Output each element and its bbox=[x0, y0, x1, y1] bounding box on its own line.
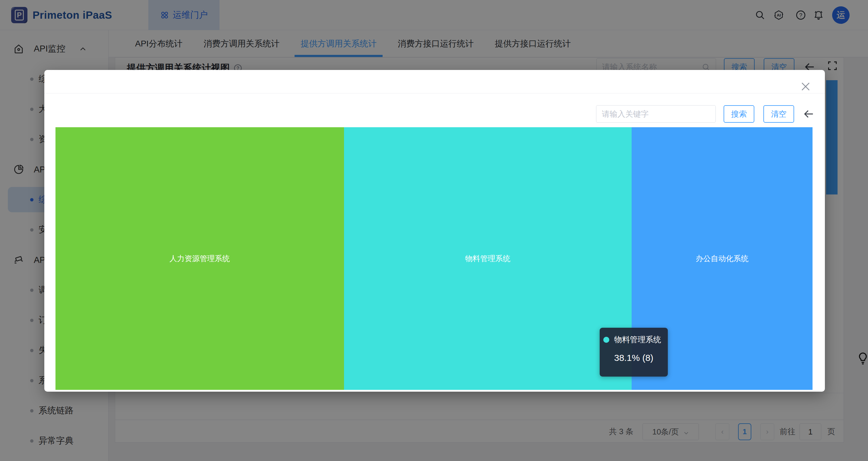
treemap-chart: 人力资源管理系统物料管理系统办公自动化系统 bbox=[56, 127, 812, 390]
treemap-block-1[interactable]: 物料管理系统 bbox=[344, 127, 632, 390]
chart-tooltip: 物料管理系统 38.1% (8) bbox=[600, 328, 668, 376]
tooltip-series-dot bbox=[603, 337, 609, 343]
treemap-block-label: 物料管理系统 bbox=[465, 253, 510, 264]
treemap-block-0[interactable]: 人力资源管理系统 bbox=[56, 127, 344, 390]
treemap-block-label: 办公自动化系统 bbox=[695, 253, 748, 264]
close-icon[interactable] bbox=[800, 81, 811, 92]
modal-back-arrow-icon[interactable] bbox=[803, 108, 814, 120]
modal-search-button[interactable]: 搜索 bbox=[723, 105, 754, 123]
treemap-block-label: 人力资源管理系统 bbox=[169, 253, 230, 264]
tooltip-series-line: 物料管理系统 bbox=[603, 334, 668, 345]
treemap-detail-modal: 搜索 清空 人力资源管理系统物料管理系统办公自动化系统 物料管理系统 38.1%… bbox=[44, 70, 825, 392]
screen: P Primeton iPaaS 运维门户 AI ? 运 API监控综大资API… bbox=[0, 0, 868, 461]
tooltip-series-name: 物料管理系统 bbox=[614, 334, 661, 345]
keyword-search-input[interactable] bbox=[596, 105, 716, 123]
tooltip-value: 38.1% (8) bbox=[614, 353, 668, 363]
modal-clear-button[interactable]: 清空 bbox=[764, 105, 794, 123]
modal-header bbox=[44, 70, 825, 93]
